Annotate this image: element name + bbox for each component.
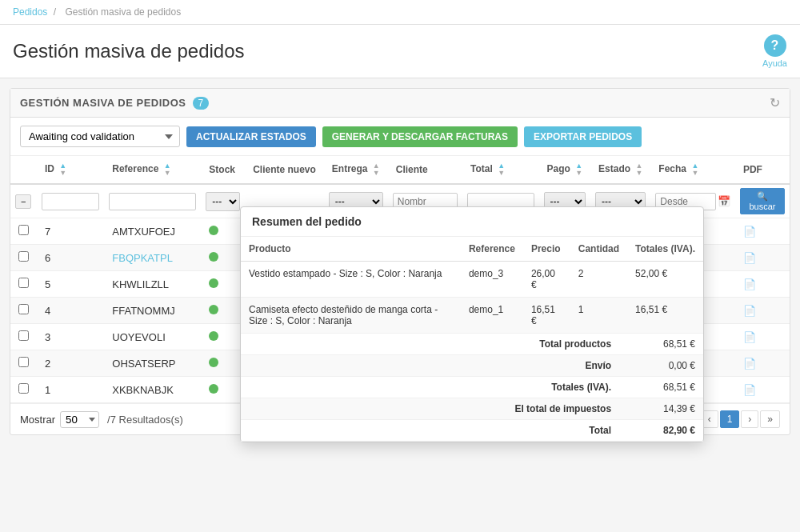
breadcrumb-separator: / [54,6,56,18]
filter-id[interactable] [37,184,104,218]
calendar-icon[interactable]: 📅 [718,195,730,207]
order-count-badge: 7 [193,97,210,110]
summary-label: El total de impuestos [241,398,627,420]
export-orders-button[interactable]: EXPORTAR PEDIDOS [524,126,642,147]
row-checkbox-cell[interactable] [10,377,37,403]
popup-col-quantity: Cantidad [570,237,627,262]
product-price: 16,51 € [523,298,570,334]
breadcrumb-parent[interactable]: Pedidos [13,6,47,18]
row-reference[interactable]: FBQPKATPL [104,245,201,271]
order-reference: AMTXUFOEJ [112,226,175,238]
row-reference[interactable]: UOYEVOLI [104,324,201,350]
page-next[interactable]: › [741,410,758,428]
row-pdf[interactable]: 📄 [735,271,790,298]
help-button[interactable]: ? Ayuda [762,34,787,68]
popup-product-row: Camiseta efecto desteñido de manga corta… [241,298,703,334]
row-reference[interactable]: OHSATSERP [104,350,201,377]
pdf-icon[interactable]: 📄 [743,278,756,290]
pdf-icon[interactable]: 📄 [743,226,756,238]
pdf-icon[interactable]: 📄 [743,358,756,370]
row-stock [201,245,245,271]
order-reference-link[interactable]: FBQPKATPL [112,252,173,264]
page-header: Gestión masiva de pedidos ? Ayuda [0,25,800,78]
summary-value: 0,00 € [627,355,703,377]
product-total: 16,51 € [627,298,703,334]
summary-value: 68,51 € [627,377,703,398]
generate-invoices-button[interactable]: GENERAR Y DESCARGAR FACTURAS [322,126,518,147]
breadcrumb: Pedidos / Gestión masiva de pedidos [0,0,800,25]
row-checkbox-cell[interactable] [10,324,37,350]
popup-col-product: Producto [241,237,461,262]
row-checkbox-cell[interactable] [10,350,37,377]
popup-summary-row: Total productos 68,51 € [241,334,703,355]
popup-summary-row: Envío 0,00 € [241,355,703,377]
row-pdf[interactable]: 📄 [735,245,790,271]
row-pdf[interactable]: 📄 [735,218,790,245]
col-entrega[interactable]: Entrega ▲▼ [324,156,388,184]
toolbar: Awaiting cod validation Payment accepted… [10,118,790,156]
row-checkbox[interactable] [18,304,29,314]
status-dropdown[interactable]: Awaiting cod validation Payment accepted… [20,126,180,147]
row-pdf[interactable]: 📄 [735,324,790,350]
col-id[interactable]: ID ▲▼ [37,156,104,184]
row-checkbox[interactable] [18,383,29,394]
row-checkbox[interactable] [18,357,29,367]
product-reference: demo_1 [461,298,523,334]
col-total[interactable]: Total ▲▼ [462,156,538,184]
product-quantity: 1 [570,298,627,334]
update-status-button[interactable]: ACTUALIZAR ESTADOS [186,126,316,147]
row-stock [201,324,245,350]
row-checkbox[interactable] [18,251,29,262]
pdf-icon[interactable]: 📄 [743,252,756,264]
row-checkbox[interactable] [18,278,29,288]
row-id: 5 [37,271,104,298]
pdf-icon[interactable]: 📄 [743,384,756,396]
refresh-icon[interactable]: ↻ [770,95,780,110]
row-pdf[interactable]: 📄 [735,377,790,403]
row-checkbox[interactable] [18,330,29,341]
breadcrumb-current: Gestión masiva de pedidos [65,6,181,18]
row-checkbox-cell[interactable] [10,218,37,245]
filter-reference[interactable] [104,184,201,218]
row-pdf[interactable]: 📄 [735,298,790,324]
stock-status-icon [209,358,218,367]
order-summary-popup: Resumen del pedido Producto Reference Pr… [240,206,704,442]
col-fecha[interactable]: Fecha ▲▼ [650,156,735,184]
filter-minus[interactable]: − [10,184,37,218]
popup-summary-row: Total 82,90 € [241,420,703,442]
stock-status-icon [209,384,218,394]
summary-value: 82,90 € [627,420,703,442]
popup-col-price: Precio [523,237,570,262]
col-estado[interactable]: Estado ▲▼ [590,156,650,184]
row-pdf[interactable]: 📄 [735,350,790,377]
search-button[interactable]: 🔍 buscar [740,188,785,214]
pdf-icon[interactable]: 📄 [743,331,756,343]
per-page-dropdown[interactable]: 10 20 50 100 [60,411,99,428]
filter-stock[interactable]: --- Yes No [201,184,245,218]
row-reference[interactable]: AMTXUFOEJ [104,218,201,245]
table-header-row: ID ▲▼ Reference ▲▼ Stock Cliente nuevo E… [10,156,790,184]
row-checkbox-cell[interactable] [10,245,37,271]
col-cliente-nuevo[interactable]: Cliente nuevo [245,156,324,184]
col-cliente[interactable]: Cliente [388,156,462,184]
summary-label: Total [241,420,627,442]
popup-summary-row: El total de impuestos 14,39 € [241,398,703,420]
col-stock[interactable]: Stock [201,156,245,184]
pdf-icon[interactable]: 📄 [743,305,756,317]
filter-search[interactable]: 🔍 buscar [735,184,790,218]
col-reference[interactable]: Reference ▲▼ [104,156,201,184]
row-checkbox-cell[interactable] [10,298,37,324]
popup-col-total: Totales (IVA). [627,237,703,262]
row-id: 7 [37,218,104,245]
row-checkbox[interactable] [18,225,29,235]
page-1[interactable]: 1 [720,410,740,428]
col-pago[interactable]: Pago ▲▼ [539,156,591,184]
row-checkbox-cell[interactable] [10,271,37,298]
stock-status-icon [209,305,218,314]
row-reference[interactable]: KHWLILZLL [104,271,201,298]
row-reference[interactable]: FFATNOMMJ [104,298,201,324]
page-last[interactable]: » [760,410,780,428]
popup-product-row: Vestido estampado - Size : S, Color : Na… [241,262,703,298]
row-id: 2 [37,350,104,377]
row-reference[interactable]: XKBKNABJK [104,377,201,403]
